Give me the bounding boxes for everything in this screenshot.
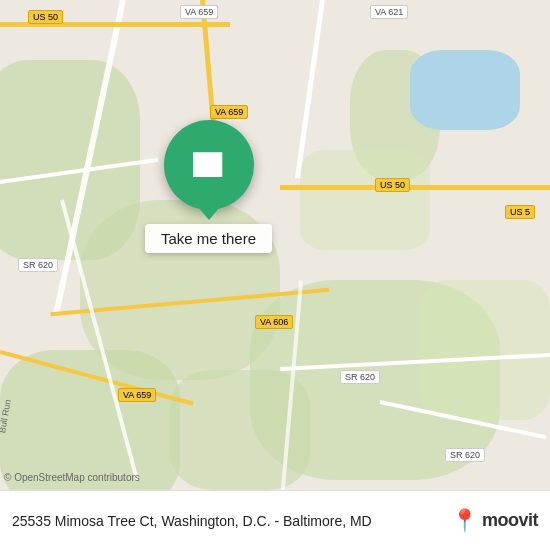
- road-label-sr620-lower: SR 620: [445, 448, 485, 462]
- road-label-us50-top: US 50: [28, 10, 63, 24]
- bottom-bar: 25535 Mimosa Tree Ct, Washington, D.C. -…: [0, 490, 550, 550]
- road-label-va659-top: VA 659: [180, 5, 218, 19]
- road-label-va621: VA 621: [370, 5, 408, 19]
- road-label-va606: VA 606: [255, 315, 293, 329]
- popup-bubble: ⯀: [164, 120, 254, 210]
- popup[interactable]: ⯀ Take me there: [145, 120, 272, 253]
- location-pin-icon: ⯀: [191, 147, 227, 183]
- moovit-brand-text: moovit: [482, 510, 538, 531]
- moovit-pin-icon: 📍: [451, 510, 478, 532]
- road-label-us5: US 5: [505, 205, 535, 219]
- road-label-sr620-left: SR 620: [18, 258, 58, 272]
- road-label-va659-lower: VA 659: [118, 388, 156, 402]
- road-label-us50-right: US 50: [375, 178, 410, 192]
- map-copyright: © OpenStreetMap contributors: [4, 472, 140, 483]
- map-container: US 50 VA 659 VA 621 VA 659 SR 620 US 50 …: [0, 0, 550, 490]
- popup-label[interactable]: Take me there: [145, 224, 272, 253]
- road-label-va659-mid: VA 659: [210, 105, 248, 119]
- address-text: 25535 Mimosa Tree Ct, Washington, D.C. -…: [12, 513, 451, 529]
- moovit-logo: 📍 moovit: [451, 510, 538, 532]
- road-label-sr620-right: SR 620: [340, 370, 380, 384]
